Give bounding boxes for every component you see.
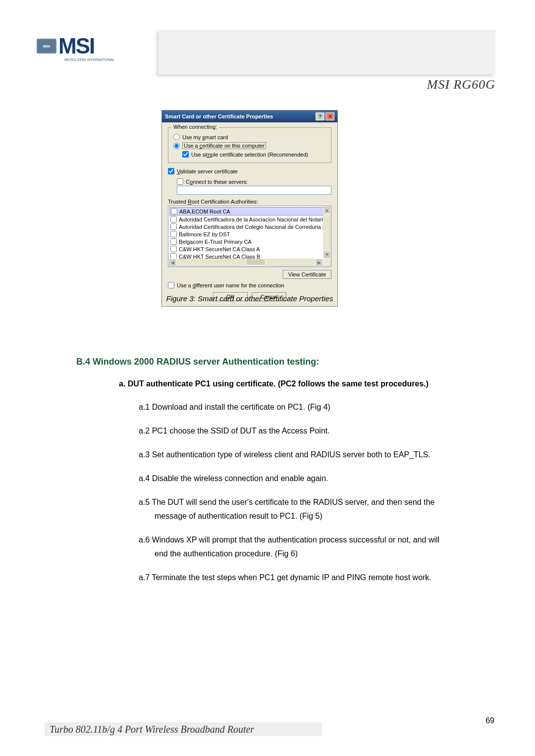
step-a3: a.3 Set authentication type of wireless … (139, 449, 481, 461)
footer-text: Turbo 802.11b/g 4 Port Wireless Broadban… (50, 724, 254, 735)
sub-heading: a. DUT authenticate PC1 using certificat… (119, 379, 428, 388)
certification-authorities-list[interactable]: ABA.ECOM Root CA Autoridad Certificadora… (168, 206, 331, 267)
simple-selection-checkbox[interactable] (182, 151, 189, 158)
step-a1: a.1 Download and install the certificate… (139, 401, 481, 413)
list-item[interactable]: Baltimore EZ by DST (169, 230, 330, 238)
when-connecting-legend: When connecting: (171, 124, 219, 130)
footer-bar: Turbo 802.11b/g 4 Port Wireless Broadban… (45, 722, 322, 736)
list-item[interactable]: ABA.ECOM Root CA (169, 207, 330, 216)
ca-label: Autoridad Certificadora del Colegio Naci… (179, 224, 329, 230)
servers-input[interactable] (177, 186, 331, 195)
validate-server-checkbox[interactable] (168, 168, 174, 174)
ca-label: C&W HKT SecureNet CA Class A (179, 246, 260, 252)
ca-checkbox[interactable] (170, 231, 177, 237)
ca-label: ABA.ECOM Root CA (179, 209, 230, 215)
certificate-properties-dialog: Smart Card or other Certificate Properti… (161, 110, 338, 307)
validate-server-label: Validate server certificate (177, 168, 238, 174)
step-a6: a.6 Windows XP will prompt that the auth… (139, 534, 481, 560)
section-heading: B.4 Windows 2000 RADIUS server Authentic… (76, 357, 319, 367)
dialog-titlebar[interactable]: Smart Card or other Certificate Properti… (162, 110, 337, 122)
ca-checkbox[interactable] (170, 223, 177, 230)
when-connecting-group: When connecting: Use my smart card Use a… (168, 127, 331, 163)
ca-checkbox[interactable] (170, 216, 177, 222)
scroll-down-icon[interactable]: ▼ (323, 251, 331, 259)
list-item[interactable]: Belgacom E-Trust Primary CA (169, 238, 330, 245)
logo-text: MSI (58, 34, 94, 58)
scroll-up-icon[interactable]: ▲ (323, 206, 331, 214)
step-a6-line1: a.6 Windows XP will prompt that the auth… (139, 534, 481, 546)
list-item[interactable]: Autoridad Certificadora de la Asociacion… (169, 216, 330, 223)
dialog-title-text: Smart Card or other Certificate Properti… (165, 113, 273, 119)
product-name: MSI RG60G (427, 77, 495, 92)
scroll-thumb[interactable] (246, 259, 266, 266)
connect-servers-label: Connect to these servers: (186, 179, 248, 185)
simple-selection-label: Use simple certificate selection (Recomm… (191, 152, 308, 158)
vertical-scrollbar[interactable]: ▲ ▼ (323, 206, 331, 259)
help-icon[interactable]: ? (316, 112, 324, 120)
view-certificate-button[interactable]: View Certificate (283, 270, 331, 279)
ca-label: Autoridad Certificadora de la Asociacion… (179, 216, 326, 222)
connect-servers-checkbox[interactable] (177, 178, 183, 185)
step-a5-line2: message of authentication result to PC1.… (155, 510, 481, 522)
step-a7: a.7 Terminate the test steps when PC1 ge… (139, 572, 481, 584)
brand-logo: MSI MSI MICRO-STAR INTERNATIONAL (37, 29, 141, 63)
page-number: 69 (485, 716, 494, 725)
list-item[interactable]: C&W HKT SecureNet CA Class A (169, 245, 330, 253)
ca-label: Baltimore EZ by DST (179, 231, 230, 237)
use-smart-card-label: Use my smart card (182, 134, 228, 140)
use-certificate-label: Use a certificate on this computer (182, 142, 266, 149)
ca-checkbox[interactable] (170, 238, 177, 245)
steps-list: a.1 Download and install the certificate… (139, 401, 481, 595)
step-a5: a.5 The DUT will send the user's certifi… (139, 496, 481, 522)
scroll-left-icon[interactable]: ◀ (168, 259, 176, 267)
figure-caption: Figure 3: Smart card or other Certificat… (161, 294, 338, 303)
trusted-root-label: Trusted Root Certification Authorities: (168, 199, 331, 205)
list-item[interactable]: Autoridad Certificadora del Colegio Naci… (169, 223, 330, 230)
scroll-right-icon[interactable]: ▶ (315, 259, 323, 267)
use-certificate-radio[interactable] (173, 143, 180, 149)
close-icon[interactable]: ✕ (325, 112, 334, 120)
logo-badge-icon: MSI (37, 39, 56, 54)
header-bar (159, 30, 495, 74)
horizontal-scrollbar[interactable]: ◀ ▶ (168, 259, 323, 267)
use-smart-card-radio[interactable] (173, 134, 180, 140)
step-a5-line1: a.5 The DUT will send the user's certifi… (139, 496, 481, 508)
ca-checkbox[interactable] (171, 208, 177, 215)
different-username-label: Use a different user name for the connec… (177, 282, 284, 288)
step-a6-line2: end the authentication procedure. (Fig 6… (155, 548, 481, 560)
ca-label: Belgacom E-Trust Primary CA (179, 239, 252, 245)
scroll-corner (323, 259, 331, 267)
different-username-checkbox[interactable] (168, 282, 174, 288)
step-a2: a.2 PC1 choose the SSID of DUT as the Ac… (139, 425, 481, 437)
logo-subtext: MICRO-STAR INTERNATIONAL (64, 58, 114, 61)
step-a4: a.4 Disable the wireless connection and … (139, 473, 481, 485)
ca-checkbox[interactable] (170, 246, 177, 252)
